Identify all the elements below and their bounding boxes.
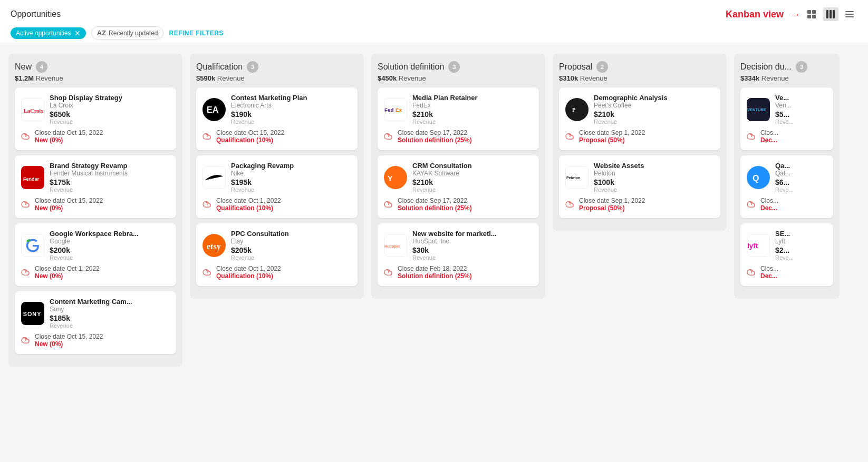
- column-qualification: Qualification 3 $590k Revenue EA Contest…: [190, 54, 364, 299]
- active-opportunities-chip[interactable]: Active opportunities ✕: [11, 27, 86, 39]
- card: VENTURE Ve... Ven... $5... Reve... Clos.…: [740, 87, 833, 150]
- column-header: Qualification 3 $590k Revenue: [196, 61, 358, 82]
- card-stage: New (0%): [35, 204, 103, 212]
- card-info: New website for marketi... HubSpot, Inc.…: [412, 230, 497, 261]
- card-revenue-label: Revenue: [231, 119, 307, 125]
- upload-icon: [21, 335, 31, 347]
- card-stage: Proposal (50%): [579, 136, 645, 144]
- column-title-row: New 4: [15, 61, 176, 73]
- column-count: 3: [247, 61, 258, 73]
- card-info: SE... Lyft $2... Reve...: [775, 230, 794, 261]
- card-company: Nike: [231, 170, 294, 177]
- svg-rect-7: [845, 11, 854, 12]
- card-info: PPC Consultation Etsy $205k Revenue: [231, 230, 289, 261]
- company-logo: LaCroix: [21, 98, 44, 121]
- card-info: Brand Strategy Revamp Fender Musical Ins…: [50, 162, 128, 193]
- card-amount: $200k: [50, 246, 139, 254]
- card-dates: Clos... Dec...: [760, 265, 778, 280]
- card-amount: $100k: [594, 178, 644, 186]
- card-top: Google Workspace Rebra... Google $200k R…: [21, 230, 170, 261]
- close-chip-icon[interactable]: ✕: [74, 30, 81, 37]
- company-logo: SONY: [21, 302, 44, 325]
- company-logo: FedEx: [384, 98, 407, 121]
- card-close-date: Close date Oct 15, 2022: [216, 129, 284, 136]
- card: Packaging Revamp Nike $195k Revenue Clos…: [196, 155, 358, 218]
- company-logo: [21, 234, 44, 257]
- upload-icon: [202, 267, 212, 279]
- sort-chip[interactable]: AZ Recently updated: [91, 26, 164, 40]
- svg-rect-9: [845, 16, 854, 17]
- column-revenue: $450k Revenue: [378, 74, 539, 82]
- card-stage: Solution definition (25%): [398, 272, 472, 280]
- card-footer: Close date Sep 17, 2022 Solution definit…: [384, 129, 533, 144]
- page-header: Opportunities Kanban view → Active oppor…: [0, 0, 868, 45]
- card: Google Workspace Rebra... Google $200k R…: [15, 223, 176, 286]
- column-title: Proposal: [559, 62, 592, 72]
- card-amount: $2...: [775, 246, 794, 254]
- column-title: New: [15, 62, 32, 72]
- card-top: LaCroix Shop Display Strategy La Croix $…: [21, 94, 170, 125]
- card-revenue-label: Reve...: [775, 119, 794, 125]
- card-company: Qat...: [775, 170, 794, 177]
- svg-text:Ex: Ex: [396, 107, 402, 113]
- kanban-arrow: →: [790, 8, 801, 21]
- card-dates: Close date Sep 17, 2022 Solution definit…: [398, 197, 472, 212]
- list-view-button[interactable]: [842, 7, 857, 21]
- card-company: Sony: [50, 306, 132, 313]
- column-count: 3: [796, 61, 807, 73]
- card-company: Google: [50, 238, 139, 245]
- card: SONY Content Marketing Cam... Sony $185k…: [15, 291, 176, 354]
- svg-text:Q: Q: [753, 174, 759, 183]
- card: EA Contest Marketing Plan Electronic Art…: [196, 87, 358, 150]
- column-title-row: Solution definition 3: [378, 61, 539, 73]
- column-revenue: $590k Revenue: [196, 74, 358, 82]
- svg-rect-8: [845, 14, 854, 15]
- card-top: VENTURE Ve... Ven... $5... Reve...: [747, 94, 827, 125]
- svg-text:lyft: lyft: [747, 242, 758, 250]
- card-amount: $210k: [412, 178, 472, 186]
- card-company: Peet's Coffee: [594, 102, 668, 109]
- card-title: Contest Marketing Plan: [231, 94, 307, 102]
- column-new: New 4 $1.2M Revenue LaCroix Shop Display…: [8, 54, 182, 367]
- card: Fender Brand Strategy Revamp Fender Musi…: [15, 155, 176, 218]
- card-amount: $650k: [50, 110, 122, 119]
- svg-text:Fender: Fender: [23, 176, 40, 182]
- card-footer: Close date Oct 1, 2022 Qualification (10…: [202, 197, 351, 212]
- svg-text:etsy: etsy: [207, 242, 221, 251]
- card-amount: $205k: [231, 246, 289, 254]
- card-stage: Qualification (10%): [216, 136, 284, 144]
- card-stage: New (0%): [35, 136, 103, 144]
- column-header: Proposal 2 $310k Revenue: [559, 61, 720, 82]
- card-top: FedEx Media Plan Retainer FedEx $210k Re…: [384, 94, 533, 125]
- refine-filters-link[interactable]: REFINE FILTERS: [169, 30, 223, 37]
- card-close-date: Close date Sep 17, 2022: [398, 197, 472, 204]
- card-dates: Close date Oct 15, 2022 New (0%): [35, 197, 103, 212]
- card-top: P Demographic Analysis Peet's Coffee $21…: [565, 94, 714, 125]
- column-view-button[interactable]: [823, 7, 838, 21]
- column-header: Decision du... 3 $334k Revenue: [740, 61, 833, 82]
- company-logo: etsy: [202, 234, 226, 257]
- column-title: Qualification: [196, 62, 243, 72]
- card-revenue-label: Revenue: [412, 186, 472, 193]
- card-revenue-label: Revenue: [412, 119, 478, 125]
- card-amount: $185k: [50, 314, 132, 322]
- kanban-board: New 4 $1.2M Revenue LaCroix Shop Display…: [0, 45, 868, 449]
- card-close-date: Close date Oct 15, 2022: [35, 129, 103, 136]
- svg-rect-6: [833, 10, 835, 18]
- card-title: Qa...: [775, 162, 794, 170]
- card-top: Q Qa... Qat... $6... Reve...: [747, 162, 827, 193]
- card-top: lyft SE... Lyft $2... Reve...: [747, 230, 827, 261]
- card-revenue-label: Revenue: [50, 186, 128, 193]
- card-close-date: Clos...: [760, 197, 778, 204]
- card-amount: $210k: [594, 110, 668, 119]
- grid-view-button[interactable]: [804, 7, 819, 21]
- card-revenue-label: Revenue: [50, 254, 139, 261]
- upload-icon: [747, 199, 756, 211]
- card-stage: Dec...: [760, 136, 778, 144]
- card-dates: Close date Oct 15, 2022 Qualification (1…: [216, 129, 284, 144]
- card-close-date: Close date Oct 15, 2022: [35, 333, 103, 340]
- card: etsy PPC Consultation Etsy $205k Revenue…: [196, 223, 358, 286]
- svg-point-20: [566, 99, 587, 120]
- card-title: Packaging Revamp: [231, 162, 294, 170]
- card-footer: Close date Oct 15, 2022 New (0%): [21, 129, 170, 144]
